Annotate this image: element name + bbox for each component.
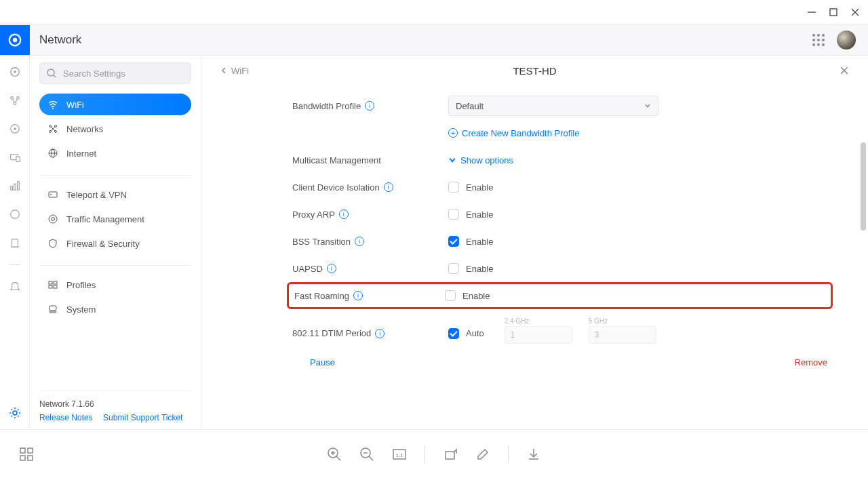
info-icon[interactable]: i (339, 210, 349, 219)
dtim-auto-checkbox[interactable] (448, 328, 459, 339)
apps-grid-icon[interactable] (812, 34, 825, 46)
info-icon[interactable]: i (327, 264, 336, 273)
bss-checkbox[interactable] (448, 236, 459, 247)
svg-point-5 (13, 37, 17, 41)
rotate-icon[interactable] (443, 447, 458, 462)
chevron-down-icon (644, 102, 651, 109)
pause-button[interactable]: Pause (310, 357, 335, 367)
vpn-icon (47, 189, 58, 200)
sidebar-item-profiles[interactable]: Profiles (39, 274, 191, 296)
svg-rect-45 (28, 448, 33, 453)
sidebar-item-system[interactable]: System (39, 298, 191, 320)
maximize-button[interactable] (829, 7, 838, 17)
minimize-button[interactable] (807, 7, 816, 17)
rail-settings-icon[interactable] (8, 406, 22, 420)
window-titlebar (0, 0, 868, 24)
rail-topology-icon[interactable] (8, 94, 22, 107)
zoom-out-icon[interactable] (359, 447, 374, 462)
info-icon[interactable]: i (355, 237, 364, 246)
svg-rect-37 (54, 281, 57, 284)
svg-rect-46 (20, 456, 25, 460)
sidebar-item-label: Firewall & Security (66, 239, 140, 249)
shield-icon (47, 238, 58, 249)
sidebar-item-networks[interactable]: Networks (39, 118, 191, 140)
uapsd-label: UAPSD (292, 264, 323, 274)
scrollbar[interactable] (861, 142, 866, 231)
content-panel: WiFi TEST-HD Bandwidth Profilei Default (201, 56, 868, 429)
rail-radio-icon[interactable] (8, 122, 22, 136)
svg-point-18 (10, 210, 19, 219)
svg-rect-39 (54, 285, 57, 288)
create-bandwidth-link[interactable]: + Create New Bandwidth Profile (448, 128, 579, 138)
sidebar-item-label: Traffic Management (66, 214, 144, 224)
search-icon (46, 68, 57, 79)
plus-circle-icon: + (448, 128, 458, 138)
sidebar-item-teleport[interactable]: Teleport & VPN (39, 184, 191, 205)
dtim-5-label: 5 GHz (589, 317, 656, 325)
dtim-24-input[interactable] (505, 326, 572, 344)
rail-dashboard-icon[interactable] (8, 65, 22, 79)
proxy-arp-label: Proxy ARP (292, 210, 335, 220)
content-close-button[interactable] (840, 66, 849, 75)
svg-line-53 (369, 456, 373, 460)
client-isolation-checkbox[interactable] (448, 182, 459, 193)
sidebar-item-traffic[interactable]: Traffic Management (39, 208, 191, 230)
page-title: Network (39, 33, 812, 47)
info-icon[interactable]: i (384, 182, 393, 192)
svg-rect-38 (49, 285, 52, 288)
traffic-icon (47, 214, 58, 224)
dtim-5-input[interactable] (589, 326, 656, 344)
back-link[interactable]: WiFi (220, 66, 249, 76)
multicast-label: Multicast Management (292, 155, 381, 165)
download-icon[interactable] (526, 447, 541, 462)
info-icon[interactable]: i (375, 329, 384, 338)
fast-roaming-label: Fast Roaming (294, 291, 349, 301)
fast-roaming-checkbox[interactable] (445, 290, 456, 301)
release-notes-link[interactable]: Release Notes (39, 413, 93, 422)
sidebar-item-wifi[interactable]: WiFi (39, 94, 191, 115)
actual-size-icon[interactable]: 1:1 (392, 447, 407, 462)
grid-view-icon[interactable] (19, 447, 34, 462)
rail-map-icon[interactable] (8, 207, 22, 221)
svg-point-7 (14, 71, 16, 73)
svg-rect-32 (49, 192, 57, 197)
rail-stats-icon[interactable] (8, 179, 22, 193)
svg-point-12 (14, 127, 16, 130)
system-icon (47, 304, 58, 315)
enable-label: Enable (466, 210, 493, 220)
svg-point-21 (13, 411, 17, 415)
show-options-link[interactable]: Show options (448, 155, 513, 165)
proxy-arp-checkbox[interactable] (448, 209, 459, 220)
dtim-24-label: 2.4 GHz (505, 317, 572, 325)
uapsd-checkbox[interactable] (448, 263, 459, 274)
svg-rect-57 (446, 452, 454, 459)
search-input[interactable] (39, 62, 191, 84)
sidebar-item-internet[interactable]: Internet (39, 142, 191, 164)
svg-point-22 (47, 69, 54, 76)
info-icon[interactable]: i (365, 101, 374, 111)
svg-point-8 (10, 97, 13, 100)
rail-notifications-icon[interactable] (8, 280, 22, 294)
app-logo[interactable] (0, 25, 30, 55)
remove-button[interactable]: Remove (795, 357, 827, 367)
support-ticket-link[interactable]: Submit Support Ticket (103, 413, 182, 422)
zoom-in-icon[interactable] (327, 447, 342, 462)
header-bar: Network (0, 24, 868, 56)
svg-rect-1 (830, 9, 837, 16)
avatar[interactable] (837, 31, 856, 49)
svg-line-23 (54, 75, 56, 77)
client-isolation-label: Client Device Isolation (292, 182, 380, 193)
svg-rect-47 (28, 456, 33, 460)
bandwidth-select[interactable]: Default (448, 96, 658, 116)
settings-sidebar: WiFi Networks Internet Teleport & VPN Tr… (30, 56, 201, 429)
sidebar-item-firewall[interactable]: Firewall & Security (39, 233, 191, 254)
svg-point-9 (16, 97, 19, 100)
svg-rect-16 (14, 184, 16, 190)
info-icon[interactable]: i (353, 291, 363, 300)
rail-devices-icon[interactable] (8, 151, 22, 164)
close-button[interactable] (850, 7, 860, 17)
profiles-icon (47, 279, 58, 290)
edit-icon[interactable] (475, 447, 490, 462)
bss-label: BSS Transition (292, 237, 351, 247)
rail-gateway-icon[interactable] (8, 236, 22, 250)
